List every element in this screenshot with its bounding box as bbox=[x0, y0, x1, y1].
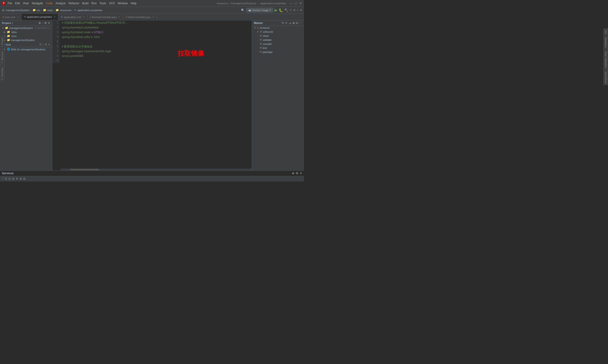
maven-icon-4[interactable]: ⊕ bbox=[292, 21, 295, 25]
services-globe-icon[interactable]: ⊕ bbox=[292, 172, 294, 175]
tab-borrow-controller[interactable]: J borrowController.java ✕ bbox=[87, 14, 123, 20]
tab-app-yml-label: application.yml bbox=[64, 16, 81, 19]
menu-analyze[interactable]: Analyze bbox=[56, 2, 66, 5]
maven-test[interactable]: ⚙ test bbox=[252, 46, 304, 50]
toolbar-btn-3[interactable]: ⊟ bbox=[8, 177, 11, 181]
toolbar-btn-2[interactable]: ☰ bbox=[4, 177, 7, 181]
sync-icon[interactable]: ↻ bbox=[290, 9, 292, 12]
sidebar-icon-close[interactable]: ✕ bbox=[48, 21, 50, 25]
project-header: Project ▾ ⊕ ↕ ⚙ ✕ bbox=[0, 20, 52, 26]
tab-application-properties[interactable]: ⚙ application.properties ✕ bbox=[22, 14, 58, 20]
breadcrumb-src[interactable]: src bbox=[37, 9, 40, 12]
breadcrumb-main[interactable]: main bbox=[47, 9, 53, 12]
toolbar-icon-3[interactable]: ⊕ bbox=[300, 9, 302, 12]
maven-lifecycle[interactable]: ▼ ⚙ Lifecycle bbox=[252, 30, 304, 34]
toolbar-icon-2[interactable]: □ bbox=[297, 9, 298, 12]
toolbar-icon-1[interactable]: ⊞ bbox=[293, 9, 296, 12]
search-icon[interactable]: 🔍 bbox=[241, 9, 245, 12]
maven-icons: ↻ ▼ ▲ ⊕ m → bbox=[282, 21, 302, 25]
toolbar-btn-4[interactable]: ⊞ bbox=[12, 177, 14, 181]
menu-bar[interactable]: File Edit View Navigate Code Analyze Ref… bbox=[8, 2, 137, 5]
breadcrumb-file[interactable]: application.properties bbox=[78, 9, 102, 12]
maven-icon-3[interactable]: ▲ bbox=[289, 21, 291, 25]
key-cache: spring.thymeleaf.cache bbox=[62, 26, 91, 29]
breadcrumb-management-system[interactable]: managementSystem bbox=[6, 9, 30, 12]
tree-web-item[interactable]: ▶ 🌐 Web (in managementSystem) bbox=[0, 47, 52, 51]
maven-icon-2[interactable]: ▼ bbox=[285, 21, 288, 25]
sidebar-icon-3[interactable]: ⚙ bbox=[44, 21, 47, 25]
web-icon-3[interactable]: ⚙ bbox=[45, 43, 47, 46]
tab-pom-xml[interactable]: m pom.xml ✕ bbox=[0, 14, 22, 20]
window-controls[interactable]: — □ ✕ bbox=[290, 2, 302, 5]
menu-view[interactable]: View bbox=[23, 2, 29, 5]
menu-edit[interactable]: Edit bbox=[15, 2, 20, 5]
build-icon[interactable]: 🔨 bbox=[284, 8, 288, 12]
run-button[interactable]: ▶ bbox=[274, 8, 277, 12]
left-tab-project[interactable]: 1: Project bbox=[0, 36, 4, 49]
menu-build[interactable]: Build bbox=[82, 2, 89, 5]
left-tab-favorites[interactable]: 2: Favorites bbox=[0, 66, 4, 81]
folder-icon-resources: 📁 bbox=[56, 9, 59, 12]
scrollbar-thumb[interactable] bbox=[70, 169, 99, 170]
menu-file[interactable]: File bbox=[8, 2, 12, 5]
web-icon-1[interactable]: ☰ bbox=[39, 43, 41, 46]
toolbar-btn-add[interactable]: ⊕ bbox=[23, 177, 26, 181]
code-content[interactable]: # 页面缓存设置\uFF08默认为true\uFF09\uFF0C开... sp… bbox=[61, 20, 252, 63]
tree-management-sub[interactable]: ▶ 📁 managementSystem bbox=[0, 38, 52, 42]
val-port: 8089 bbox=[77, 54, 83, 58]
tab-close-app-props[interactable]: ✕ bbox=[54, 15, 56, 18]
tab-index-controller[interactable]: J indexController.java ✕ bbox=[123, 14, 157, 20]
web-icon-close[interactable]: ✕ bbox=[48, 43, 50, 46]
debug-icon[interactable]: 🐛 bbox=[279, 8, 283, 12]
menu-refactor[interactable]: Refactor bbox=[69, 2, 79, 5]
close-button[interactable]: ✕ bbox=[299, 2, 302, 5]
sidebar-icon-1[interactable]: ⊕ bbox=[39, 21, 41, 25]
window-title: museum [.../managementSystem] - .../appl… bbox=[217, 2, 286, 5]
expand-lifecycle: ▼ bbox=[257, 31, 259, 33]
left-tab-structure[interactable]: Z: Structure bbox=[0, 49, 4, 65]
maximize-button[interactable]: □ bbox=[295, 2, 297, 5]
services-close-icon[interactable]: ✕ bbox=[300, 172, 302, 175]
tree-idea[interactable]: ▶ 📁 .idea bbox=[0, 30, 52, 34]
tab-close-pom[interactable]: ✕ bbox=[17, 16, 19, 18]
op-3: = bbox=[91, 31, 94, 34]
horizontal-scrollbar[interactable] bbox=[61, 169, 252, 170]
maven-icon-1[interactable]: ↻ bbox=[282, 21, 284, 25]
toolbar-btn-1[interactable]: ⤴ bbox=[2, 177, 4, 181]
maven-icon-5[interactable]: m bbox=[296, 21, 298, 25]
op-7: = bbox=[97, 50, 99, 53]
tree-management-system[interactable]: ▼ 📁 managementSystem E:\lyking90-m... bbox=[0, 26, 52, 30]
app-icon: P bbox=[2, 1, 6, 5]
menu-code[interactable]: Code bbox=[46, 2, 53, 5]
tab-borrow-label: borrowController.java bbox=[92, 16, 116, 19]
tree-mvn[interactable]: ▶ 📁 .mvn bbox=[0, 34, 52, 38]
web-icon-2[interactable]: ↕ bbox=[42, 43, 44, 46]
services-tree: ▼ 🐋 Docker ▼ ⊞ Containers /tomcat01 /mys… bbox=[0, 182, 100, 182]
code-line-3: spring.thymeleaf.mode = HTML5 bbox=[61, 30, 252, 35]
tab-close-app-yml[interactable]: ✕ bbox=[83, 16, 85, 18]
maven-compile[interactable]: ⚙ compile bbox=[252, 42, 304, 46]
tab-application-yml[interactable]: ⚙ application.yml ✕ bbox=[58, 14, 87, 20]
maven-validate[interactable]: ⚙ validate bbox=[252, 38, 304, 42]
breadcrumb-sep-1: › bbox=[31, 9, 32, 12]
maven-clean[interactable]: ⚙ clean bbox=[252, 34, 304, 38]
docker-image-button[interactable]: 🐋 Docker Image ▾ bbox=[246, 8, 273, 12]
menu-tools[interactable]: Tools bbox=[100, 2, 106, 5]
breadcrumb-resources[interactable]: resources bbox=[60, 9, 71, 12]
menu-window[interactable]: Window bbox=[117, 2, 128, 5]
menu-help[interactable]: Help bbox=[131, 2, 137, 5]
maven-museum-icon: m bbox=[257, 26, 259, 29]
toolbar-btn-5[interactable]: ▼ bbox=[15, 177, 19, 181]
maven-museum[interactable]: ▼ m museum bbox=[252, 26, 304, 30]
menu-run[interactable]: Run bbox=[91, 2, 97, 5]
menu-navigate[interactable]: Navigate bbox=[32, 2, 43, 5]
maven-icon-6[interactable]: → bbox=[299, 21, 302, 25]
maven-package[interactable]: ⚙ package bbox=[252, 50, 304, 54]
tab-close-index[interactable]: ✕ bbox=[153, 16, 154, 18]
minimize-button[interactable]: — bbox=[290, 2, 293, 5]
services-gear-icon[interactable]: ⚙ bbox=[296, 172, 298, 175]
menu-vcs[interactable]: VCS bbox=[109, 2, 115, 5]
sidebar-icon-2[interactable]: ↕ bbox=[42, 21, 43, 25]
toolbar-btn-6[interactable]: ⊕ bbox=[19, 177, 22, 181]
tab-close-borrow[interactable]: ✕ bbox=[118, 16, 120, 18]
